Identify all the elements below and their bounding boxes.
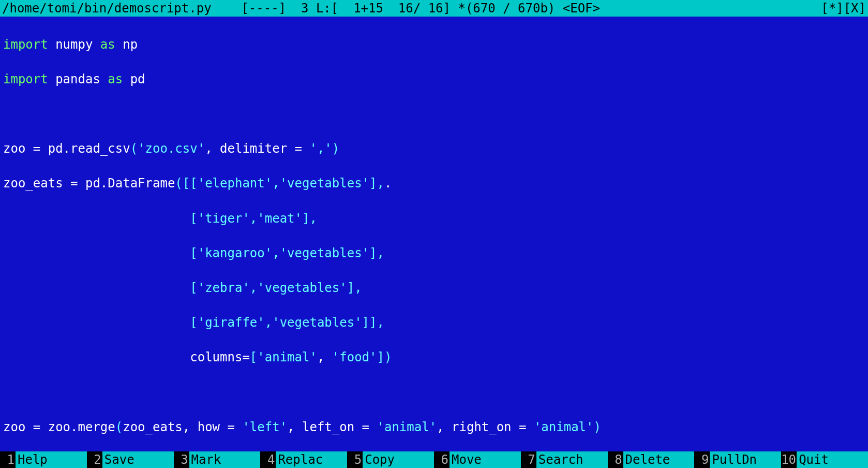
fkey-save[interactable]: 2Save xyxy=(87,451,174,468)
cursor-col: 3 xyxy=(301,1,308,16)
line-start: 1+15 xyxy=(353,1,383,16)
eof-marker: <EOF> xyxy=(563,1,600,16)
modified-flag: [*][X] xyxy=(821,1,866,16)
line-prefix: L:[ xyxy=(316,1,338,16)
fkey-delete[interactable]: 8Delete xyxy=(608,451,695,468)
code-line: columns=['animal', 'food']) xyxy=(3,349,865,367)
code-area[interactable]: import numpy as np import pandas as pd z… xyxy=(0,17,868,451)
code-line: ['tiger','meat'], xyxy=(3,210,865,228)
fkey-move[interactable]: 6Move xyxy=(434,451,521,468)
fkey-quit[interactable]: 10Quit xyxy=(781,451,868,468)
code-line xyxy=(3,106,865,123)
editor-window: /home/tomi/bin/demoscript.py [----] 3 L:… xyxy=(0,0,868,468)
fkey-mark[interactable]: 3Mark xyxy=(174,451,261,468)
code-line: ['kangaroo','vegetables'], xyxy=(3,245,865,262)
fkey-replace[interactable]: 4Replac xyxy=(260,451,347,468)
code-line: zoo_eats = pd.DataFrame([['elephant','ve… xyxy=(3,175,865,193)
code-line: zoo = pd.read_csv('zoo.csv', delimiter =… xyxy=(3,140,865,158)
file-flags: [----] xyxy=(241,1,286,16)
fkey-search[interactable]: 7Search xyxy=(521,451,608,468)
title-spacer xyxy=(212,1,242,16)
function-key-bar: 1Help 2Save 3Mark 4Replac 5Copy 6Move 7S… xyxy=(0,451,868,468)
code-line: zoo = zoo.merge(zoo_eats, how = 'left', … xyxy=(3,419,865,436)
code-line: import numpy as np xyxy=(3,36,865,54)
code-line xyxy=(3,384,865,401)
line-cur: 16/ 16] xyxy=(398,1,451,16)
code-line: ['giraffe','vegetables']], xyxy=(3,314,865,332)
fkey-copy[interactable]: 5Copy xyxy=(347,451,434,468)
code-line: import pandas as pd xyxy=(3,71,865,89)
fkey-pulldn[interactable]: 9PullDn xyxy=(694,451,781,468)
fkey-help[interactable]: 1Help xyxy=(0,451,87,468)
code-line: ['zebra','vegetables'], xyxy=(3,280,865,297)
file-path: /home/tomi/bin/demoscript.py xyxy=(2,1,212,16)
byte-count: *(670 / 670b) xyxy=(458,1,555,16)
title-bar: /home/tomi/bin/demoscript.py [----] 3 L:… xyxy=(0,0,868,17)
